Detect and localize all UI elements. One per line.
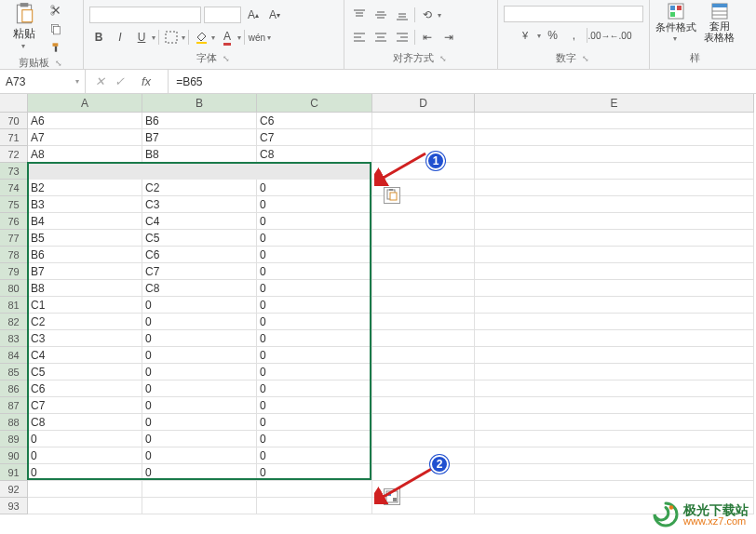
row-header[interactable]: 87 <box>0 397 28 414</box>
font-dialog-launcher[interactable]: ⤡ <box>221 54 232 63</box>
cell[interactable]: 0 <box>142 447 257 464</box>
cell[interactable]: 0 <box>142 414 257 431</box>
cell[interactable] <box>142 481 257 498</box>
cell[interactable]: C2 <box>142 180 257 196</box>
border-button[interactable] <box>162 28 181 47</box>
enter-formula-button[interactable]: ✓ <box>115 74 125 88</box>
cell[interactable]: 0 <box>257 230 372 247</box>
cell[interactable]: 0 <box>257 414 372 431</box>
cell[interactable]: C3 <box>28 330 142 347</box>
conditional-format-button[interactable]: 条件格式 ▾ <box>655 2 696 43</box>
cell[interactable] <box>475 247 754 263</box>
row-header[interactable]: 90 <box>0 447 28 464</box>
decrease-decimal-button[interactable]: ←.00 <box>612 26 630 45</box>
select-all-corner[interactable] <box>0 94 28 113</box>
column-header-C[interactable]: C <box>257 94 372 113</box>
cell[interactable] <box>372 247 475 263</box>
align-bottom-button[interactable] <box>393 6 412 24</box>
font-color-button[interactable]: A <box>218 28 236 47</box>
comma-button[interactable]: , <box>565 26 584 45</box>
cell[interactable] <box>372 364 475 380</box>
orientation-button[interactable]: ⟲ <box>418 6 437 24</box>
cell[interactable]: A7 <box>28 129 142 146</box>
cell[interactable] <box>372 146 475 163</box>
cell[interactable]: 0 <box>257 280 372 297</box>
cell[interactable] <box>142 498 257 514</box>
cell[interactable]: C7 <box>28 397 142 414</box>
cell[interactable]: 0 <box>257 431 372 447</box>
column-header-D[interactable]: D <box>372 94 475 113</box>
cell[interactable]: C4 <box>142 213 257 230</box>
row-header[interactable]: 75 <box>0 196 28 213</box>
cell[interactable] <box>475 180 754 196</box>
row-header[interactable]: 73 <box>0 163 28 180</box>
cell[interactable]: 0 <box>142 347 257 364</box>
alignment-dialog-launcher[interactable]: ⤡ <box>438 54 449 63</box>
cell[interactable] <box>28 498 142 514</box>
cell[interactable]: 0 <box>257 364 372 380</box>
cell[interactable] <box>475 129 754 146</box>
cell[interactable]: 0 <box>142 431 257 447</box>
cell[interactable]: 0 <box>257 163 372 180</box>
cell[interactable] <box>372 113 475 129</box>
cell[interactable] <box>475 380 754 397</box>
row-header[interactable]: 82 <box>0 314 28 330</box>
cell[interactable] <box>475 447 754 464</box>
clipboard-dialog-launcher[interactable]: ⤡ <box>53 59 64 68</box>
cell[interactable]: B3 <box>28 196 142 213</box>
cell[interactable] <box>475 330 754 347</box>
number-dialog-launcher[interactable]: ⤡ <box>580 54 591 63</box>
cell[interactable]: C7 <box>142 263 257 280</box>
cell[interactable] <box>475 163 754 180</box>
cell[interactable] <box>475 196 754 213</box>
row-header[interactable]: 91 <box>0 464 28 481</box>
column-header-B[interactable]: B <box>142 94 257 113</box>
increase-decimal-button[interactable]: .00→ <box>590 26 609 45</box>
row-header[interactable]: 78 <box>0 247 28 263</box>
cell[interactable] <box>372 314 475 330</box>
cell[interactable]: C6 <box>257 113 372 129</box>
align-center-button[interactable] <box>371 28 390 47</box>
cell[interactable]: C6 <box>28 380 142 397</box>
cell[interactable]: 0 <box>142 314 257 330</box>
name-box[interactable]: A73 ▾ <box>0 70 86 93</box>
cell[interactable] <box>475 263 754 280</box>
cell[interactable] <box>257 498 372 514</box>
column-header-A[interactable]: A <box>28 94 142 113</box>
cell[interactable] <box>372 330 475 347</box>
cell[interactable]: C7 <box>257 129 372 146</box>
cell[interactable]: 0 <box>257 330 372 347</box>
row-header[interactable]: 84 <box>0 347 28 364</box>
cell[interactable] <box>372 129 475 146</box>
cell[interactable]: B2 <box>28 180 142 196</box>
cell[interactable] <box>475 464 754 481</box>
row-header[interactable]: 72 <box>0 146 28 163</box>
cell[interactable] <box>475 414 754 431</box>
row-header[interactable]: 76 <box>0 213 28 230</box>
cell[interactable]: 0 <box>257 213 372 230</box>
cell[interactable] <box>372 230 475 247</box>
cell[interactable]: B1 <box>28 163 142 180</box>
cell[interactable]: B5 <box>28 230 142 247</box>
row-header[interactable]: 88 <box>0 414 28 431</box>
cell[interactable] <box>372 464 475 481</box>
cell[interactable]: C3 <box>142 196 257 213</box>
row-header[interactable]: 89 <box>0 431 28 447</box>
cell[interactable]: 0 <box>142 397 257 414</box>
bold-button[interactable]: B <box>89 28 108 47</box>
cell[interactable]: 0 <box>142 364 257 380</box>
cell[interactable]: C5 <box>28 364 142 380</box>
cell[interactable]: B6 <box>28 247 142 263</box>
align-left-button[interactable] <box>350 28 369 47</box>
cell[interactable] <box>475 280 754 297</box>
cell[interactable]: C8 <box>142 280 257 297</box>
cell[interactable] <box>475 481 754 498</box>
cell[interactable]: 0 <box>257 347 372 364</box>
cell[interactable]: B7 <box>142 129 257 146</box>
cell[interactable]: B4 <box>28 213 142 230</box>
cell[interactable]: 0 <box>28 431 142 447</box>
cell[interactable]: 0 <box>28 447 142 464</box>
cut-button[interactable] <box>46 2 66 19</box>
underline-button[interactable]: U <box>132 28 151 47</box>
format-painter-button[interactable] <box>46 39 66 56</box>
